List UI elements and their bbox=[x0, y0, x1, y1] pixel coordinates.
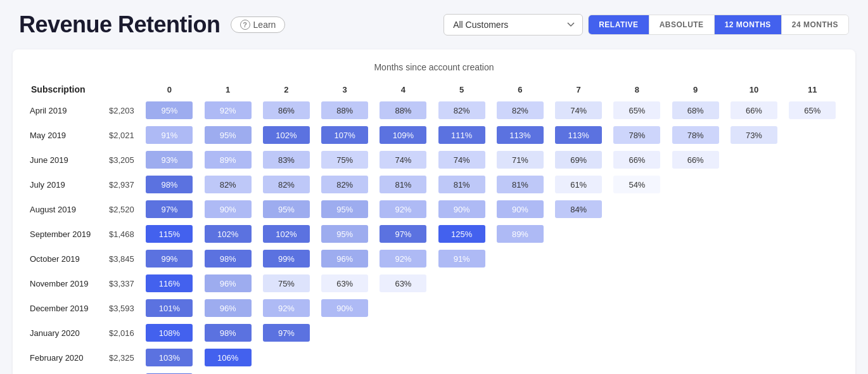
row-label: September 2019 bbox=[27, 222, 101, 245]
cell-6-1: 98% bbox=[200, 247, 256, 270]
cell-8-11 bbox=[784, 297, 841, 319]
cell-0-10: 66% bbox=[725, 99, 782, 122]
cell-11-7 bbox=[551, 371, 607, 374]
cell-2-5: 74% bbox=[433, 148, 490, 171]
months-header: Months since account creation bbox=[25, 62, 843, 72]
col-header-8: 8 bbox=[609, 82, 665, 97]
cell-6-2: 99% bbox=[258, 247, 314, 270]
cell-1-8: 78% bbox=[609, 124, 665, 146]
cell-4-7: 84% bbox=[551, 198, 607, 221]
cell-4-10 bbox=[725, 198, 782, 221]
col-header-7: 7 bbox=[551, 82, 607, 97]
cell-0-0: 95% bbox=[141, 99, 198, 122]
learn-button[interactable]: ? Learn bbox=[231, 16, 286, 33]
cell-3-2: 82% bbox=[258, 173, 314, 196]
row-subscription-value: $3,205 bbox=[103, 148, 139, 171]
table-row: March 2020$1,918103% bbox=[27, 371, 841, 374]
cell-9-1: 98% bbox=[200, 321, 256, 344]
cell-8-1: 96% bbox=[200, 297, 256, 319]
page-title: Revenue Retention bbox=[19, 11, 220, 38]
row-label: October 2019 bbox=[27, 247, 101, 270]
row-subscription-value: $2,016 bbox=[103, 321, 139, 344]
cell-6-10 bbox=[725, 247, 782, 270]
cell-4-2: 95% bbox=[258, 198, 314, 221]
cell-9-7 bbox=[551, 321, 607, 344]
cell-7-10 bbox=[725, 272, 782, 295]
cell-4-8 bbox=[609, 198, 665, 221]
cell-10-7 bbox=[551, 346, 607, 369]
cell-3-7: 61% bbox=[551, 173, 607, 196]
cell-7-11 bbox=[784, 272, 841, 295]
cell-8-9 bbox=[667, 297, 724, 319]
row-label: November 2019 bbox=[27, 272, 101, 295]
cell-10-9 bbox=[667, 346, 724, 369]
cell-5-11 bbox=[784, 222, 841, 245]
cell-1-5: 111% bbox=[433, 124, 490, 146]
cell-9-6 bbox=[492, 321, 548, 344]
cell-0-11: 65% bbox=[784, 99, 841, 122]
row-subscription-value: $3,593 bbox=[103, 297, 139, 319]
cell-8-2: 92% bbox=[258, 297, 314, 319]
cell-6-6 bbox=[492, 247, 548, 270]
cell-4-1: 90% bbox=[200, 198, 256, 221]
cell-6-4: 92% bbox=[375, 247, 431, 270]
absolute-button[interactable]: ABSOLUTE bbox=[649, 15, 714, 34]
cell-2-8: 66% bbox=[609, 148, 665, 171]
cell-2-6: 71% bbox=[492, 148, 548, 171]
cell-11-8 bbox=[609, 371, 665, 374]
cell-1-1: 95% bbox=[200, 124, 256, 146]
cell-2-4: 74% bbox=[375, 148, 431, 171]
cell-3-10 bbox=[725, 173, 782, 196]
cell-5-0: 115% bbox=[141, 222, 198, 245]
cell-5-1: 102% bbox=[200, 222, 256, 245]
cell-1-3: 107% bbox=[317, 124, 373, 146]
cell-3-4: 81% bbox=[375, 173, 431, 196]
cell-9-3 bbox=[317, 321, 373, 344]
cell-0-9: 68% bbox=[667, 99, 724, 122]
cell-2-3: 75% bbox=[317, 148, 373, 171]
table-row: February 2020$2,325103%106% bbox=[27, 346, 841, 369]
12months-button[interactable]: 12 MONTHS bbox=[714, 15, 781, 34]
cell-11-10 bbox=[725, 371, 782, 374]
relative-button[interactable]: RELATIVE bbox=[589, 15, 648, 34]
cell-5-2: 102% bbox=[258, 222, 314, 245]
24months-button[interactable]: 24 MONTHS bbox=[781, 15, 848, 34]
col-header-9: 9 bbox=[667, 82, 724, 97]
cell-7-3: 63% bbox=[317, 272, 373, 295]
col-header-10: 10 bbox=[725, 82, 782, 97]
cell-0-8: 65% bbox=[609, 99, 665, 122]
cell-3-5: 81% bbox=[433, 173, 490, 196]
cell-6-9 bbox=[667, 247, 724, 270]
cell-7-1: 96% bbox=[200, 272, 256, 295]
cell-7-9 bbox=[667, 272, 724, 295]
cell-4-4: 92% bbox=[375, 198, 431, 221]
cell-7-0: 116% bbox=[141, 272, 198, 295]
cell-3-9 bbox=[667, 173, 724, 196]
cell-11-0: 103% bbox=[141, 371, 198, 374]
row-subscription-value: $1,918 bbox=[103, 371, 139, 374]
table-row: October 2019$3,84599%98%99%96%92%91% bbox=[27, 247, 841, 270]
cell-9-0: 108% bbox=[141, 321, 198, 344]
cell-2-7: 69% bbox=[551, 148, 607, 171]
help-icon: ? bbox=[240, 20, 250, 30]
cell-1-7: 113% bbox=[551, 124, 607, 146]
cell-7-5 bbox=[433, 272, 490, 295]
row-label: February 2020 bbox=[27, 346, 101, 369]
cell-10-5 bbox=[433, 346, 490, 369]
col-header-3: 3 bbox=[317, 82, 373, 97]
cell-10-10 bbox=[725, 346, 782, 369]
cell-8-6 bbox=[492, 297, 548, 319]
customer-dropdown[interactable]: All Customers New Customers Returning Cu… bbox=[444, 14, 583, 35]
cell-6-0: 99% bbox=[141, 247, 198, 270]
cell-2-11 bbox=[784, 148, 841, 171]
subscription-header: Subscription bbox=[27, 82, 139, 97]
cell-7-7 bbox=[551, 272, 607, 295]
cell-9-5 bbox=[433, 321, 490, 344]
cell-11-5 bbox=[433, 371, 490, 374]
col-header-0: 0 bbox=[141, 82, 198, 97]
table-row: April 2019$2,20395%92%86%88%88%82%82%74%… bbox=[27, 99, 841, 122]
cell-5-7 bbox=[551, 222, 607, 245]
table-row: January 2020$2,016108%98%97% bbox=[27, 321, 841, 344]
cell-6-8 bbox=[609, 247, 665, 270]
cell-11-11 bbox=[784, 371, 841, 374]
